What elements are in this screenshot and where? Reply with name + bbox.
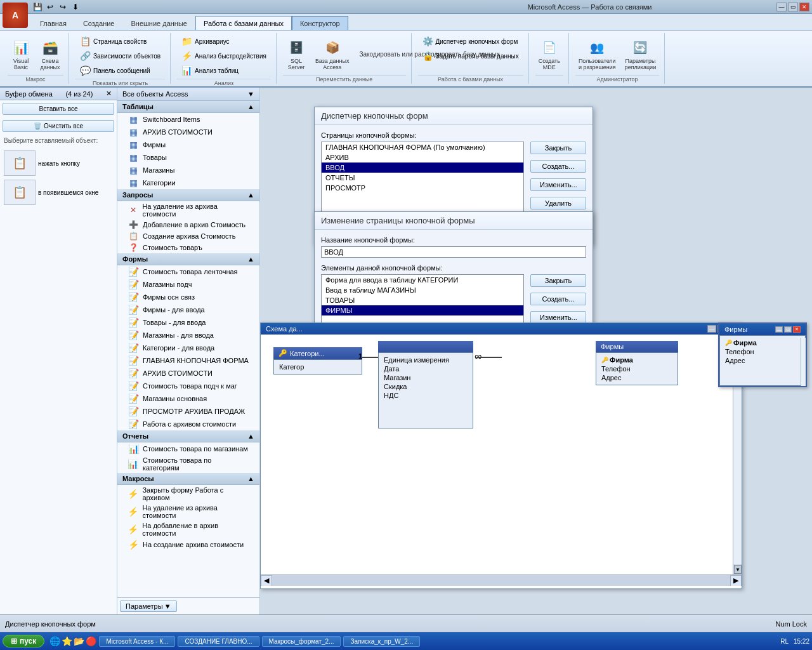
database-access-btn[interactable]: 📦 База данныхAccess [312,36,353,72]
list-item[interactable]: ПРОСМОТР [322,183,523,193]
list-item[interactable]: 📋 в появившемся окне [3,178,114,206]
clear-btn[interactable]: 🗑️ Очистить все [3,120,114,132]
sw-close-btn[interactable]: Закрыть [530,142,586,154]
schema-btn[interactable]: 🗃️ Схемаданных [37,36,63,72]
archive-analysis-btn[interactable]: 📊 Анализ таблиц [177,63,243,77]
list-item[interactable]: ФИРМЫ [322,305,523,315]
nav-item-shops[interactable]: ▦ Магазины [117,164,259,176]
list-item[interactable]: 📋 нажать кнопку [3,149,114,177]
forms-header[interactable]: Формы ▲ [117,253,259,265]
sw-create-btn[interactable]: Создать... [530,160,586,173]
scroll-down-btn[interactable]: ▼ [734,565,742,574]
archivar-btn[interactable]: 📁 Архивариус [177,34,234,48]
save-btn[interactable]: 💾 [32,1,43,13]
list-item[interactable]: ГЛАВНАЯ КНОПОЧНАЯ ФОРМА (По умолчанию) [322,142,523,152]
dispatcher-btn[interactable]: ⚙️ Диспетчер кнопочных форм [418,34,523,48]
nav-item-firms-link[interactable]: 📝 Фирмы осн связ [117,291,259,303]
scroll-left-btn[interactable]: ◀ [261,575,272,587]
sw-delete-btn[interactable]: Удалить [530,197,586,209]
edit-close-btn[interactable]: Закрыть [530,274,586,287]
list-item[interactable]: Ввод в таблицу МАГАЗИНЫ [322,285,523,295]
nav-item-categories[interactable]: ▦ Категории [117,176,259,189]
nav-item-archive-work[interactable]: 📝 Работа с архивом стоимости [117,418,259,430]
nav-item-archive-view[interactable]: 📝 ПРОСМОТР АРХИВА ПРОДАЖ [117,405,259,418]
nav-item-cost-by-cat[interactable]: 📊 Стоимость товара по категориям [117,455,259,473]
floating-max[interactable]: ▭ [784,326,792,333]
properties-btn[interactable]: 📋 Страница свойств [75,34,151,48]
reports-collapse[interactable]: ▲ [247,432,254,440]
scroll-right-btn[interactable]: ▶ [730,575,742,587]
forms-collapse[interactable]: ▲ [247,255,254,263]
nav-item-close-archive[interactable]: ⚡ Закрыть форму Работа с архивом [117,485,259,503]
minimize-btn[interactable]: — [776,3,787,11]
undo-btn[interactable]: ↩ [44,1,56,13]
nav-item-archive-cost[interactable]: ▦ АРХИВ СТОИМОСТИ [117,126,259,138]
msg-panel-btn[interactable]: 💬 Панель сообщений [75,63,155,77]
tab-home[interactable]: Главная [32,16,75,30]
edit-edit-btn[interactable]: Изменить... [530,311,586,324]
queries-header[interactable]: Запросы ▲ [117,189,259,201]
set-password-btn[interactable]: 🔒 Задать пароль базы данных [418,49,523,63]
tab-constructor[interactable]: Конструктор [292,16,348,30]
start-button[interactable]: ⊞ пуск [3,635,44,647]
sw-edit-btn[interactable]: Изменить... [530,178,586,191]
reports-header[interactable]: Отчеты ▲ [117,430,259,442]
sql-server-btn[interactable]: 🗄️ SQLServer [283,36,310,72]
restore-btn[interactable]: ▭ [788,3,798,11]
edit-name-input[interactable] [321,246,586,258]
tables-header[interactable]: Таблицы ▲ [117,101,259,113]
qa-extra[interactable]: ⬇ [70,1,81,13]
list-item[interactable]: АРХИВ [322,152,523,162]
nav-item-cost-tape[interactable]: 📝 Стоимость товара ленточная [117,265,259,278]
nav-item-add-archive-m[interactable]: ⚡ На добавление в архив стоимости [117,521,259,538]
visual-basic-btn[interactable]: 📊 VisualBasic [8,36,34,72]
taskbar-item-access[interactable]: Microsoft Access - К... [99,636,175,647]
nav-item-create-archive-m[interactable]: ⚡ На создание архива стоимости [117,538,259,551]
list-item[interactable]: ВВОД [322,162,523,173]
nav-item-shops-input[interactable]: 📝 Магазины - для ввода [117,329,259,342]
nav-item-switchboard[interactable]: ▦ Switchboard Items [117,113,259,126]
nav-item-cost-shop[interactable]: 📝 Стоимость товара подч к маг [117,380,259,392]
taskbar-item-note[interactable]: Записка_к_пр_W_2... [343,636,420,647]
edit-create-btn[interactable]: Создать... [530,293,586,305]
taskbar-item-create[interactable]: СОЗДАНИЕ ГЛАВНО... [178,636,259,647]
tables-collapse[interactable]: ▲ [247,103,254,110]
nav-item-shops-main[interactable]: 📝 Магазины основная [117,392,259,405]
floating-close[interactable]: ✕ [793,326,801,333]
replication-btn[interactable]: 🔄 Параметрырепликации [622,36,660,72]
nav-item-main-form[interactable]: 📝 ГЛАВНАЯ КНОПОЧНАЯ ФОРМА [117,354,259,367]
nav-item-archive-cost-form[interactable]: 📝 АРХИВ СТОИМОСТИ [117,367,259,380]
redo-btn[interactable]: ↪ [57,1,69,13]
nav-item-shops-sub[interactable]: 📝 Магазины подч [117,278,259,291]
nav-item-cost-by-shop[interactable]: 📊 Стоимость товара по магазинам [117,442,259,455]
macros-collapse[interactable]: ▲ [247,475,254,482]
nav-item-firms-input[interactable]: 📝 Фирмы - для ввода [117,303,259,316]
office-button[interactable]: A [3,3,28,28]
nav-item-add-archive[interactable]: ➕ Добавление в архив Стоимость [117,219,259,230]
params-btn[interactable]: Параметры ▼ [120,600,177,612]
clipboard-close[interactable]: ✕ [106,90,112,98]
list-item[interactable]: Форма для ввода в таблицу КАТЕГОРИИ [322,275,523,285]
fast-analysis-btn[interactable]: ⚡ Анализ быстродействия [177,49,271,63]
taskbar-item-macros[interactable]: Макросы_формат_2... [262,636,341,647]
encode-btn[interactable]: Закодировать или расскодировать базу дан… [355,49,406,60]
list-item[interactable]: ОТЧЕТЫ [322,173,523,183]
nav-item-goods-input[interactable]: 📝 Товары - для ввода [117,316,259,329]
schema-minimize[interactable]: — [707,325,716,333]
tab-create[interactable]: Создание [75,16,123,30]
dependencies-btn[interactable]: 🔗 Зависимости объектов [75,49,165,63]
nav-item-cats-input[interactable]: 📝 Категории - для ввода [117,342,259,354]
paste-all-btn[interactable]: Вставить все [3,103,114,115]
tab-external[interactable]: Внешние данные [123,16,195,30]
list-item[interactable]: ТОВАРЫ [322,295,523,305]
close-btn[interactable]: ✕ [799,3,809,11]
create-mde-btn[interactable]: 📄 СоздатьMDE [535,36,563,72]
users-btn[interactable]: 👥 Пользователии разрешения [575,36,619,72]
nav-item-create-archive[interactable]: 📋 Создание архива Стоимость [117,230,259,242]
queries-collapse[interactable]: ▲ [247,191,254,199]
nav-item-cost-goods[interactable]: ❓ Стоимость товаръ [117,242,259,253]
tab-database[interactable]: Работа с базами данных [195,16,292,30]
nav-item-firms[interactable]: ▦ Фирмы [117,138,259,151]
nav-item-del-archive-m[interactable]: ⚡ На удаление из архива стоимости [117,503,259,521]
nav-item-goods[interactable]: ▦ Товары [117,151,259,164]
